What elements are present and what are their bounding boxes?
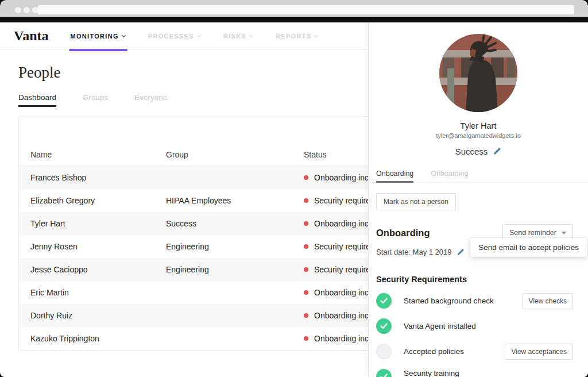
nav-item-label: RISKS <box>223 33 246 40</box>
cell-group: Engineering <box>166 242 304 251</box>
cell-group: Engineering <box>166 265 304 274</box>
security-requirement-row: Accepted policiesView acceptances <box>376 343 581 360</box>
security-requirement-row: Vanta Agent installed <box>376 318 581 334</box>
window-dot-icon[interactable] <box>24 7 30 13</box>
status-dot-icon <box>304 244 308 249</box>
chevron-down-icon <box>314 33 318 37</box>
status-dot-icon <box>304 336 308 341</box>
person-group-value: Success <box>455 147 488 156</box>
nav-item-label: MONITORING <box>70 33 118 40</box>
window-dot-icon[interactable] <box>15 7 21 13</box>
nav-item-monitoring[interactable]: MONITORING <box>70 22 125 50</box>
app-page: Vanta MONITORINGPROCESSESRISKSREPORTS Pe… <box>0 22 588 377</box>
avatar <box>439 34 517 112</box>
security-requirement-row: Security trainingCOMPLETED OCT 1 2020, 1… <box>376 368 581 377</box>
requirement-text: Security trainingCOMPLETED OCT 1 2020, 1… <box>404 369 502 377</box>
send-reminder-dropdown-item[interactable]: Send email to accept policies <box>470 238 587 257</box>
view-acceptances-button[interactable]: View acceptances <box>505 344 573 360</box>
nav-item-reports[interactable]: REPORTS <box>276 22 318 50</box>
edit-pencil-icon[interactable] <box>493 147 501 156</box>
requirement-label: Started background check <box>404 297 494 305</box>
address-bar[interactable] <box>38 5 574 14</box>
requirement-text: Accepted policies <box>404 347 464 356</box>
cell-name: Elizabeth Gregory <box>30 196 166 205</box>
cell-group: Success <box>166 219 304 228</box>
check-icon <box>376 318 392 334</box>
chevron-down-icon <box>249 33 253 37</box>
cell-name: Kazuko Trippington <box>30 334 166 343</box>
status-dot-icon <box>304 313 308 318</box>
vanta-logo[interactable]: Vanta <box>14 28 48 44</box>
cell-name: Tyler Hart <box>30 219 166 228</box>
panel-tab-onboarding[interactable]: Onboarding <box>376 170 413 182</box>
cell-name: Frances Bishop <box>30 173 166 182</box>
check-icon <box>376 293 392 309</box>
panel-tabs: OnboardingOffboarding <box>369 170 588 183</box>
nav-item-label: PROCESSES <box>148 33 194 40</box>
send-reminder-label: Send reminder <box>509 229 556 237</box>
person-detail-panel: Tyler Hart tyler@amalgamatedwidgets.io S… <box>368 22 588 377</box>
person-email: tyler@amalgamatedwidgets.io <box>369 132 588 139</box>
status-dot-icon <box>304 175 308 180</box>
nav-item-processes[interactable]: PROCESSES <box>148 22 200 50</box>
view-checks-button[interactable]: View checks <box>523 293 573 309</box>
security-requirement-row: Started background checkView checks <box>376 293 581 309</box>
cell-group: HIPAA Employees <box>166 196 304 205</box>
unchecked-circle-icon <box>376 344 392 359</box>
cell-name: Jenny Rosen <box>30 242 166 251</box>
chrome-divider <box>0 17 588 22</box>
status-dot-icon <box>304 221 308 226</box>
column-header-group: Group <box>166 150 304 159</box>
requirement-label: Security training <box>404 369 502 377</box>
status-dot-icon <box>304 290 308 295</box>
window-controls[interactable] <box>15 7 38 13</box>
caret-down-icon <box>562 232 566 234</box>
panel-body: Mark as not a person Onboarding Send rem… <box>369 183 588 377</box>
cell-name: Dorthy Ruiz <box>30 311 166 320</box>
start-date-label: Start date: May 1 2019 <box>376 248 452 256</box>
status-dot-icon <box>304 198 308 203</box>
edit-pencil-icon[interactable] <box>457 248 465 256</box>
requirement-text: Vanta Agent installed <box>404 322 476 330</box>
tab-groups[interactable]: Groups <box>83 93 108 107</box>
onboarding-heading: Onboarding <box>376 228 430 238</box>
column-header-name: Name <box>30 150 166 159</box>
cell-name: Jesse Cacioppo <box>30 265 166 274</box>
status-dot-icon <box>304 267 308 272</box>
nav-item-label: REPORTS <box>276 33 311 40</box>
panel-tab-offboarding[interactable]: Offboarding <box>431 170 468 182</box>
chevron-down-icon <box>122 33 126 37</box>
chevron-down-icon <box>197 33 201 37</box>
browser-title-bar <box>0 0 588 17</box>
person-group-row: Success <box>369 147 588 156</box>
check-icon <box>376 369 392 377</box>
person-name: Tyler Hart <box>369 121 588 130</box>
security-requirements-heading: Security Requirements <box>376 275 581 284</box>
browser-window: Vanta MONITORINGPROCESSESRISKSREPORTS Pe… <box>0 0 588 377</box>
nav-item-risks[interactable]: RISKS <box>223 22 253 50</box>
tab-everyone[interactable]: Everyone <box>134 93 167 107</box>
requirement-text: Started background check <box>404 297 494 305</box>
mark-not-person-button[interactable]: Mark as not a person <box>376 193 456 210</box>
security-requirements-list: Started background checkView checksVanta… <box>376 293 581 377</box>
cell-name: Eric Martin <box>30 288 166 297</box>
requirement-label: Accepted policies <box>404 347 464 356</box>
tab-dashboard[interactable]: Dashboard <box>18 93 56 107</box>
requirement-label: Vanta Agent installed <box>404 322 476 330</box>
